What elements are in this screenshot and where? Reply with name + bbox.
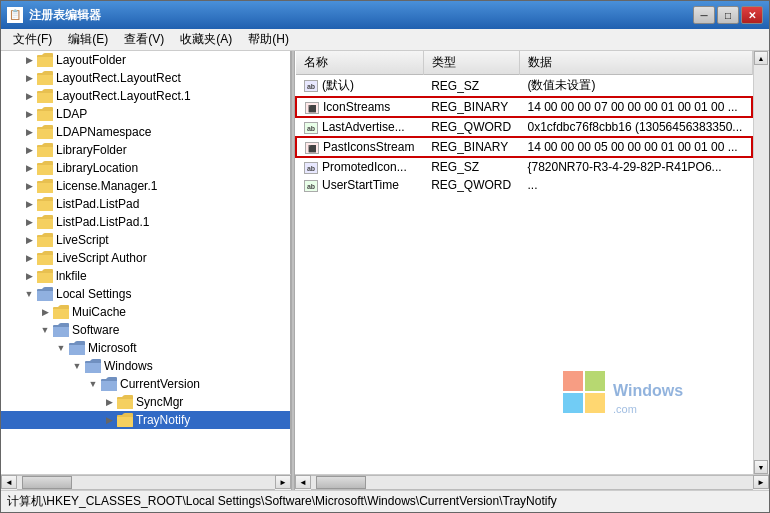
tree-node-software[interactable]: ▼ Software [1, 321, 290, 339]
tree-panel[interactable]: ▶ LayoutFolder▶ LayoutRect.LayoutRect▶ L… [1, 51, 291, 474]
table-row[interactable]: abLastAdvertise...REG_QWORD0x1cfdbc76f8c… [296, 117, 752, 137]
tree-label: License.Manager.1 [56, 179, 157, 193]
tree-expander[interactable]: ▶ [21, 51, 37, 69]
tree-hscroll-thumb[interactable] [22, 476, 72, 489]
tree-expander[interactable]: ▼ [37, 321, 53, 339]
tree-node-windows[interactable]: ▼ Windows [1, 357, 290, 375]
values-panel[interactable]: 名称 类型 数据 ab(默认)REG_SZ(数值未设置)⬛IconStreams… [295, 51, 753, 474]
reg-name: UserStartTime [322, 178, 399, 192]
tree-expander[interactable]: ▶ [21, 105, 37, 123]
folder-icon [37, 251, 53, 265]
tree-node-layoutrect.layoutrect.1[interactable]: ▶ LayoutRect.LayoutRect.1 [1, 87, 290, 105]
menu-help[interactable]: 帮助(H) [240, 29, 297, 50]
tree-node-listpad.listpad[interactable]: ▶ ListPad.ListPad [1, 195, 290, 213]
table-row[interactable]: ab(默认)REG_SZ(数值未设置) [296, 75, 752, 98]
tree-node-license.manager.1[interactable]: ▶ License.Manager.1 [1, 177, 290, 195]
tree-node-syncmgr[interactable]: ▶ SyncMgr [1, 393, 290, 411]
values-hscroll-track[interactable] [311, 475, 753, 490]
values-scroll-down[interactable]: ▼ [754, 460, 768, 474]
cell-name: ⬛PastIconsStream [296, 137, 423, 157]
tree-expander[interactable]: ▶ [21, 249, 37, 267]
tree-expander[interactable]: ▼ [85, 375, 101, 393]
reg-name: PastIconsStream [323, 140, 414, 154]
tree-node-currentversion[interactable]: ▼ CurrentVersion [1, 375, 290, 393]
type-icon-ab: ab [304, 162, 318, 174]
tree-node-layoutrect.layoutrect[interactable]: ▶ LayoutRect.LayoutRect [1, 69, 290, 87]
table-row[interactable]: ⬛PastIconsStreamREG_BINARY14 00 00 00 05… [296, 137, 752, 157]
cell-name: ab(默认) [296, 75, 423, 98]
tree-node-libraryfolder[interactable]: ▶ LibraryFolder [1, 141, 290, 159]
tree-label: TrayNotify [136, 413, 190, 427]
tree-node-muicache[interactable]: ▶ MuiCache [1, 303, 290, 321]
values-scroll-up[interactable]: ▲ [754, 51, 768, 65]
svg-rect-3 [585, 393, 605, 413]
folder-icon [37, 197, 53, 211]
tree-scroll-left[interactable]: ◄ [1, 475, 17, 489]
folder-icon [85, 359, 101, 373]
tree-node-ldap[interactable]: ▶ LDAP [1, 105, 290, 123]
values-scroll-right[interactable]: ► [753, 475, 769, 489]
table-row[interactable]: ⬛IconStreamsREG_BINARY14 00 00 00 07 00 … [296, 97, 752, 117]
tree-expander[interactable]: ▼ [69, 357, 85, 375]
menu-favorites[interactable]: 收藏夹(A) [172, 29, 240, 50]
menu-view[interactable]: 查看(V) [116, 29, 172, 50]
values-hscroll-thumb[interactable] [316, 476, 366, 489]
tree-expander[interactable]: ▼ [21, 285, 37, 303]
tree-expander[interactable]: ▶ [21, 123, 37, 141]
tree-expander[interactable]: ▶ [21, 159, 37, 177]
tree-expander[interactable]: ▶ [101, 411, 117, 429]
minimize-button[interactable]: ─ [693, 6, 715, 24]
tree-label: LayoutRect.LayoutRect [56, 71, 181, 85]
tree-node-local-settings[interactable]: ▼ Local Settings [1, 285, 290, 303]
folder-icon [53, 305, 69, 319]
maximize-button[interactable]: □ [717, 6, 739, 24]
menu-edit[interactable]: 编辑(E) [60, 29, 116, 50]
tree-scroll-right[interactable]: ► [275, 475, 291, 489]
cell-data: ... [520, 176, 753, 194]
tree-expander[interactable]: ▶ [21, 141, 37, 159]
table-row[interactable]: abPromotedIcon...REG_SZ{7820NR70-R3-4-29… [296, 157, 752, 176]
values-scroll-left[interactable]: ◄ [295, 475, 311, 489]
values-scroll-track[interactable] [754, 65, 769, 460]
tree-label: LDAP [56, 107, 87, 121]
tree-node-listpad.listpad.1[interactable]: ▶ ListPad.ListPad.1 [1, 213, 290, 231]
table-row[interactable]: abUserStartTimeREG_QWORD... [296, 176, 752, 194]
col-name: 名称 [296, 51, 423, 75]
tree-label: SyncMgr [136, 395, 183, 409]
tree-expander[interactable]: ▶ [101, 393, 117, 411]
reg-name: LastAdvertise... [322, 120, 405, 134]
tree-node-lnkfile[interactable]: ▶ lnkfile [1, 267, 290, 285]
tree-expander[interactable]: ▶ [21, 69, 37, 87]
tree-expander[interactable]: ▶ [21, 87, 37, 105]
tree-expander[interactable]: ▼ [53, 339, 69, 357]
folder-icon [69, 341, 85, 355]
tree-node-microsoft[interactable]: ▼ Microsoft [1, 339, 290, 357]
tree-expander[interactable]: ▶ [21, 213, 37, 231]
tree-node-librarylocation[interactable]: ▶ LibraryLocation [1, 159, 290, 177]
tree-node-layoutfolder[interactable]: ▶ LayoutFolder [1, 51, 290, 69]
tree-label: LiveScript Author [56, 251, 147, 265]
values-vscrollbar[interactable]: ▲ ▼ [753, 51, 769, 474]
tree-expander[interactable]: ▶ [21, 177, 37, 195]
close-button[interactable]: ✕ [741, 6, 763, 24]
tree-node-traynotify[interactable]: ▶ TrayNotify [1, 411, 290, 429]
tree-label: Microsoft [88, 341, 137, 355]
reg-name: IconStreams [323, 100, 390, 114]
tree-hscrollbar[interactable]: ◄ ► [1, 474, 291, 490]
tree-expander[interactable]: ▶ [37, 303, 53, 321]
tree-node-livescript[interactable]: ▶ LiveScript [1, 231, 290, 249]
tree-expander[interactable]: ▶ [21, 267, 37, 285]
cell-data: {7820NR70-R3-4-29-82P-R41PO6... [520, 157, 753, 176]
values-hscrollbar[interactable]: ◄ ► [295, 474, 769, 490]
menu-file[interactable]: 文件(F) [5, 29, 60, 50]
folder-icon [37, 179, 53, 193]
folder-icon [37, 287, 53, 301]
tree-expander[interactable]: ▶ [21, 195, 37, 213]
tree-label: LibraryFolder [56, 143, 127, 157]
cell-type: REG_QWORD [423, 176, 519, 194]
cell-name: abPromotedIcon... [296, 157, 423, 176]
tree-hscroll-track[interactable] [17, 475, 275, 490]
tree-node-livescript-author[interactable]: ▶ LiveScript Author [1, 249, 290, 267]
tree-node-ldapnamespace[interactable]: ▶ LDAPNamespace [1, 123, 290, 141]
tree-expander[interactable]: ▶ [21, 231, 37, 249]
